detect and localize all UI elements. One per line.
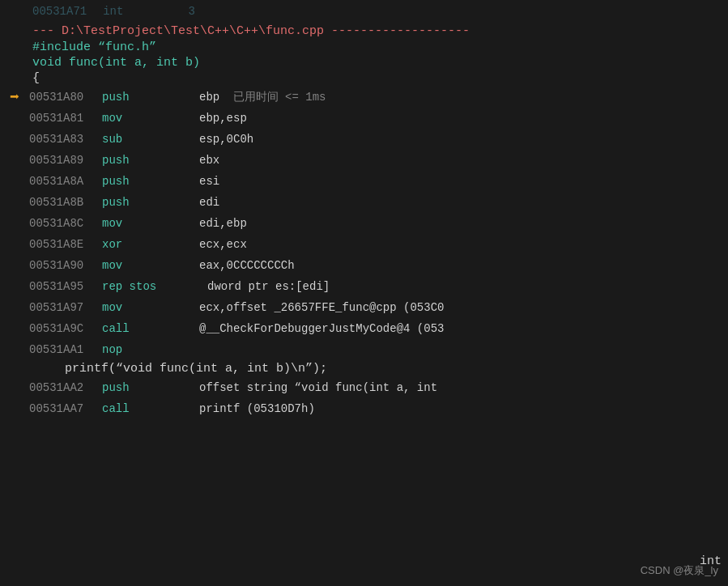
addr-0: 00531A80 [29, 91, 102, 104]
addr-2: 00531A83 [29, 133, 102, 146]
source-line-include: #include “func.h” [0, 40, 728, 55]
mnemonic-b0: push [102, 381, 199, 394]
asm-row-8: 00531A90 mov eax,0CCCCCCCCh [0, 255, 728, 276]
current-arrow: ➡ [0, 87, 29, 107]
addr-b1: 00531AA7 [29, 402, 102, 415]
source-line-func: void func(int a, int b) [0, 55, 728, 70]
bottom-right-type: int [700, 554, 722, 568]
addr-7: 00531A8E [29, 238, 102, 251]
operands-9: dword ptr es:[edi] [207, 280, 728, 293]
mnemonic-12: nop [102, 343, 199, 356]
mnemonic-6: mov [102, 217, 199, 230]
addr-3: 00531A89 [29, 154, 102, 167]
mnemonic-9: rep stos [102, 280, 207, 293]
asm-row-0: ➡ 00531A80 push ebp 已用时间 <= 1ms [0, 86, 728, 108]
mnemonic-11: call [102, 322, 199, 335]
mnemonic-5: push [102, 196, 199, 209]
addr-1: 00531A81 [29, 112, 102, 125]
asm-row-1: 00531A81 mov ebp,esp [0, 108, 728, 129]
addr-b0: 00531AA2 [29, 381, 102, 394]
mnemonic-4: push [102, 175, 199, 188]
addr-6: 00531A8C [29, 217, 102, 230]
asm-row-9: 00531A95 rep stos dword ptr es:[edi] [0, 276, 728, 297]
asm-row-3: 00531A89 push ebx [0, 150, 728, 171]
mnemonic-7: xor [102, 238, 199, 251]
operands-5: edi [199, 196, 728, 209]
operands-0: ebp 已用时间 <= 1ms [199, 90, 728, 104]
operands-b0: offset string “void func(int a, int [199, 381, 728, 394]
operands-6: edi,ebp [199, 217, 728, 230]
addr-10: 00531A97 [29, 301, 102, 314]
addr-12: 00531AA1 [29, 343, 102, 356]
asm-row-6: 00531A8C mov edi,ebp [0, 213, 728, 234]
fade-addr: 00531A71 [32, 5, 87, 18]
mnemonic-3: push [102, 154, 199, 167]
addr-9: 00531A95 [29, 280, 102, 293]
fade-inst: int [103, 5, 123, 18]
mnemonic-2: sub [102, 133, 199, 146]
printf-source-line: printf(“void func(int a, int b)\n”); [0, 360, 728, 377]
comment-0: 已用时间 <= 1ms [233, 91, 326, 104]
asm-row-7: 00531A8E xor ecx,ecx [0, 234, 728, 255]
file-path: --- D:\TestProject\Test\C++\C++\func.cpp… [0, 23, 728, 40]
asm-row-2: 00531A83 sub esp,0C0h [0, 129, 728, 150]
mnemonic-0: push [102, 91, 199, 104]
operands-10: ecx,offset _26657FFE_func@cpp (053C0 [199, 301, 728, 314]
mnemonic-8: mov [102, 259, 199, 272]
operands-b1: printf (05310D7h) [199, 402, 728, 415]
operands-2: esp,0C0h [199, 133, 728, 146]
operands-8: eax,0CCCCCCCCh [199, 259, 728, 272]
mnemonic-b1: call [102, 402, 199, 415]
arrow-icon: ➡ [10, 87, 19, 107]
addr-4: 00531A8A [29, 175, 102, 188]
asm-row-5: 00531A8B push edi [0, 192, 728, 213]
operands-7: ecx,ecx [199, 238, 728, 251]
fade-val: 3 [188, 5, 194, 18]
asm-row-b0: 00531AA2 push offset string “void func(i… [0, 377, 728, 398]
operands-1: ebp,esp [199, 112, 728, 125]
addr-11: 00531A9C [29, 322, 102, 335]
code-container: 00531A71 int 3 --- D:\TestProject\Test\C… [0, 0, 728, 586]
op-text-0: ebp [199, 91, 219, 104]
top-fade-row: 00531A71 int 3 [0, 0, 728, 23]
asm-row-b1: 00531AA7 call printf (05310D7h) [0, 398, 728, 419]
addr-8: 00531A90 [29, 259, 102, 272]
asm-row-11: 00531A9C call @__CheckForDebuggerJustMyC… [0, 318, 728, 339]
mnemonic-1: mov [102, 112, 199, 125]
asm-row-4: 00531A8A push esi [0, 171, 728, 192]
operands-4: esi [199, 175, 728, 188]
operands-11: @__CheckForDebuggerJustMyCode@4 (053 [199, 322, 728, 335]
addr-5: 00531A8B [29, 196, 102, 209]
mnemonic-10: mov [102, 301, 199, 314]
operands-3: ebx [199, 154, 728, 167]
source-line-brace: { [0, 70, 728, 86]
asm-row-12: 00531AA1 nop [0, 339, 728, 360]
asm-row-10: 00531A97 mov ecx,offset _26657FFE_func@c… [0, 297, 728, 318]
